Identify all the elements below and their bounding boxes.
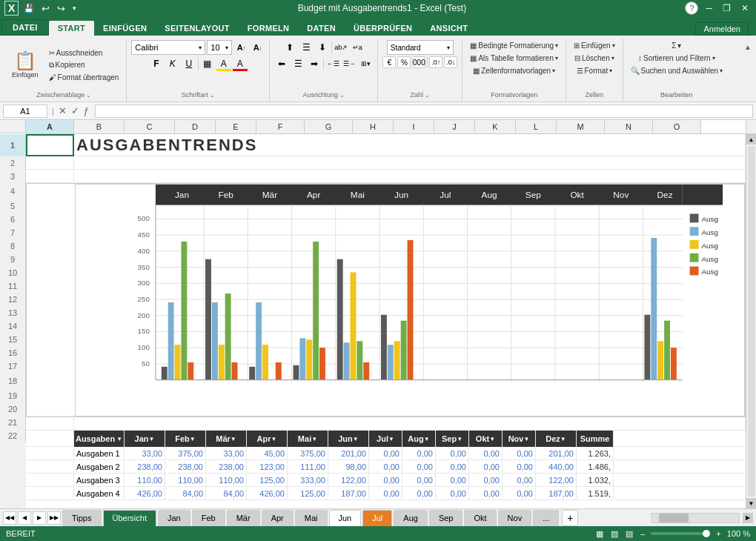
cell-21-summe[interactable]: 1.032, (577, 474, 614, 486)
cell-20-summe[interactable]: 1.486, (577, 460, 614, 473)
add-sheet-button[interactable]: + (562, 510, 578, 526)
row-num-22[interactable]: 22 (0, 429, 26, 442)
qat-redo[interactable]: ↪ (55, 3, 67, 14)
row-num-7[interactable]: 7 (0, 226, 26, 239)
cell-22-jan[interactable]: 426,00 (125, 487, 165, 499)
cell-21-jul[interactable]: 0,00 (369, 474, 402, 486)
col-header-D[interactable]: D (175, 120, 216, 133)
cell-20-aug[interactable]: 0,00 (402, 460, 436, 473)
bedingte-formatierung-button[interactable]: ▦ Bedingte Formatierung ▾ (467, 40, 561, 51)
cell-A3[interactable] (26, 170, 74, 183)
col-header-A[interactable]: A (26, 120, 74, 133)
tab-start[interactable]: START (49, 21, 94, 36)
zellen-format-button[interactable]: ☰ Format ▾ (574, 65, 616, 76)
cancel-formula-icon[interactable]: ✕ (59, 105, 67, 116)
cell-B1[interactable]: AUSGABENTRENDS (74, 134, 746, 156)
cell-19-apr[interactable]: 45,00 (247, 447, 288, 459)
cell-apr-header[interactable]: Apr▼ (247, 431, 288, 447)
cell-ausgaben1[interactable]: Ausgaben 1 (74, 447, 125, 459)
cell-20-sep[interactable]: 0,00 (436, 460, 469, 473)
chart-canvas[interactable]: Jan Feb Mär Apr Mai Jun Jul Aug Sep Okt … (75, 184, 745, 416)
cell-20-jun[interactable]: 98,00 (328, 460, 369, 473)
text-direction-button[interactable]: ab↗ (334, 40, 348, 55)
cell-19-okt[interactable]: 0,00 (469, 447, 503, 459)
font-size-selector[interactable]: 10 ▾ (207, 40, 232, 55)
sheet-tab-feb[interactable]: Feb (192, 510, 225, 526)
font-grow-button[interactable]: A↑ (233, 40, 248, 55)
zoom-minus-button[interactable]: – (639, 529, 646, 538)
currency-button[interactable]: € (382, 56, 396, 68)
col-header-O[interactable]: O (653, 120, 701, 133)
cell-jun-header[interactable]: Jun▼ (328, 431, 369, 447)
cell-21-jan[interactable]: 110,00 (125, 474, 165, 486)
tab-einfuegen[interactable]: EINFÜGEN (94, 21, 156, 36)
cell-19-nov[interactable]: 0,00 (503, 447, 536, 459)
cell-19-feb[interactable]: 375,00 (165, 447, 206, 459)
h-scroll-thumb[interactable] (659, 514, 689, 522)
cell-20-mai[interactable]: 111,00 (288, 460, 328, 473)
indent-decrease-button[interactable]: ←☰ (325, 56, 340, 71)
percent-button[interactable]: % (397, 56, 411, 68)
align-left-button[interactable]: ⬅ (274, 56, 289, 71)
cell-19-summe[interactable]: 1.263, (577, 447, 614, 459)
cell-22-summe[interactable]: 1.519, (577, 487, 614, 499)
wrap-text-button[interactable]: ↵a (350, 40, 365, 55)
cell-22-aug[interactable]: 0,00 (402, 487, 436, 499)
row-num-1[interactable]: 1 (0, 134, 26, 156)
ribbon-collapse-button[interactable]: ▲ (743, 42, 753, 53)
cell-jan-header[interactable]: Jan▼ (125, 431, 165, 447)
cell-22-jul[interactable]: 0,00 (369, 487, 402, 499)
qat-more[interactable]: ▾ (70, 4, 79, 12)
group-expand-icon[interactable]: ⌄ (339, 92, 345, 99)
cell-A18[interactable] (26, 431, 74, 447)
font-color-button[interactable]: A (233, 56, 248, 71)
sheet-tab-okt[interactable]: Okt (464, 510, 496, 526)
align-center-button[interactable]: ☰ (291, 56, 305, 71)
cell-20-dez[interactable]: 440,00 (536, 460, 577, 473)
col-header-K[interactable]: K (475, 120, 516, 133)
cell-19-dez[interactable]: 201,00 (536, 447, 577, 459)
font-name-selector[interactable]: Calibri ▾ (131, 40, 205, 55)
row-num-9[interactable]: 9 (0, 253, 26, 266)
cell-sep-header[interactable]: Sep▼ (436, 431, 469, 447)
tabelle-formatieren-button[interactable]: ▦ Als Tabelle formatieren ▾ (467, 53, 561, 64)
qat-undo[interactable]: ↩ (39, 3, 52, 14)
scroll-thumb[interactable] (748, 146, 755, 497)
row-num-13[interactable]: 13 (0, 306, 26, 319)
cell-ausgaben4[interactable]: Ausgaben 4 (74, 487, 125, 499)
zellenformatvorlagen-button[interactable]: ▦ Zellenformatvorlagen ▾ (470, 65, 558, 76)
border-button[interactable]: ▦ (200, 56, 215, 71)
cell-reference-box[interactable] (3, 104, 47, 118)
sheet-nav-prev[interactable]: ◀ (18, 511, 31, 525)
zellen-loeschen-button[interactable]: ⊟ Löschen ▾ (571, 53, 617, 64)
fill-color-button[interactable]: A (216, 56, 231, 71)
cell-22-mai[interactable]: 125,00 (288, 487, 328, 499)
col-header-H[interactable]: H (353, 120, 394, 133)
view-normal-button[interactable]: ▦ (594, 529, 605, 539)
tab-ansicht[interactable]: ANSICHT (421, 21, 477, 36)
cell-21-dez[interactable]: 122,00 (536, 474, 577, 486)
row-num-21[interactable]: 21 (0, 416, 26, 429)
cell-aug-header[interactable]: Aug▼ (402, 431, 436, 447)
anmelden-button[interactable]: Anmelden (695, 22, 749, 36)
decrease-decimal-button[interactable]: .0↓ (444, 56, 457, 68)
cell-okt-header[interactable]: Okt▼ (469, 431, 503, 447)
cell-20-jan[interactable]: 238,00 (125, 460, 165, 473)
cell-dez-header[interactable]: Dez▼ (536, 431, 577, 447)
copy-button[interactable]: ⧉ Kopieren (46, 59, 122, 71)
sheet-tab-mar[interactable]: Mär (227, 510, 260, 526)
italic-button[interactable]: K (165, 56, 180, 71)
tab-seitenlayout[interactable]: SEITENLAYOUT (156, 21, 239, 36)
cell-20-mar[interactable]: 238,00 (206, 460, 247, 473)
cell-jul-header[interactable]: Jul▼ (369, 431, 402, 447)
sheet-tab-tipps[interactable]: Tipps (62, 510, 102, 526)
cell-21-mar[interactable]: 110,00 (206, 474, 247, 486)
cell-21-okt[interactable]: 0,00 (469, 474, 503, 486)
align-middle-button[interactable]: ☰ (299, 40, 314, 55)
indent-increase-button[interactable]: ☰→ (342, 56, 357, 71)
confirm-formula-icon[interactable]: ✓ (71, 105, 79, 116)
cell-22-jun[interactable]: 187,00 (328, 487, 369, 499)
sheet-tab-jan[interactable]: Jan (158, 510, 190, 526)
cell-19-jun[interactable]: 201,00 (328, 447, 369, 459)
cell-22-dez[interactable]: 187,00 (536, 487, 577, 499)
